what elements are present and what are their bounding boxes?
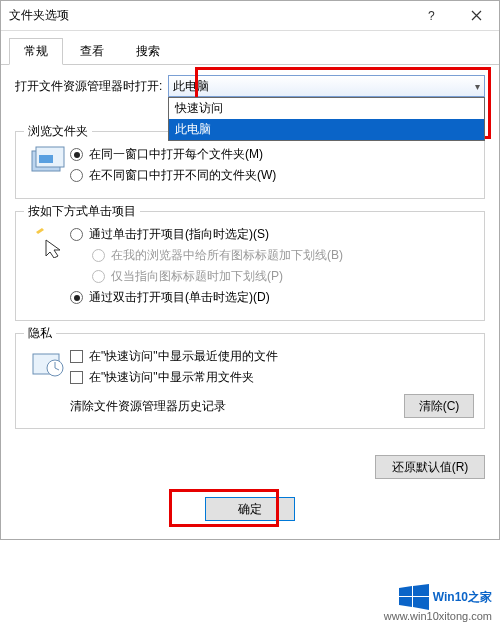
ok-button[interactable]: 确定 bbox=[205, 497, 295, 521]
radio-double-click[interactable]: 通过双击打开项目(单击时选定)(D) bbox=[70, 289, 474, 306]
help-button[interactable]: ? bbox=[409, 1, 454, 31]
folder-options-window: 文件夹选项 ? 常规 查看 搜索 打开文件资源管理器时打开: 此电脑 ▾ 快速访… bbox=[0, 0, 500, 540]
radio-diff-window[interactable]: 在不同窗口中打开不同的文件夹(W) bbox=[70, 167, 474, 184]
group-privacy: 隐私 在"快速访问"中显示最近使用的文件 在"快速访问"中显示常用文件夹 清 bbox=[15, 333, 485, 429]
svg-text:?: ? bbox=[428, 10, 435, 22]
group-click-title: 按如下方式单击项目 bbox=[24, 203, 140, 220]
svg-rect-3 bbox=[39, 155, 53, 163]
group-privacy-title: 隐私 bbox=[24, 325, 56, 342]
privacy-icon bbox=[26, 344, 70, 418]
watermark-sub: www.win10xitong.com bbox=[384, 610, 492, 622]
tab-view[interactable]: 查看 bbox=[65, 38, 119, 65]
dropdown-item-quick-access[interactable]: 快速访问 bbox=[169, 98, 484, 119]
click-icon bbox=[26, 222, 70, 310]
radio-label: 在同一窗口中打开每个文件夹(M) bbox=[89, 146, 263, 163]
radio-underline-all: 在我的浏览器中给所有图标标题加下划线(B) bbox=[92, 247, 474, 264]
open-with-label: 打开文件资源管理器时打开: bbox=[15, 78, 162, 95]
radio-same-window[interactable]: 在同一窗口中打开每个文件夹(M) bbox=[70, 146, 474, 163]
radio-label: 在我的浏览器中给所有图标标题加下划线(B) bbox=[111, 247, 343, 264]
watermark: Win10之家 www.win10xitong.com bbox=[384, 584, 492, 622]
radio-label: 通过单击打开项目(指向时选定)(S) bbox=[89, 226, 269, 243]
tab-general[interactable]: 常规 bbox=[9, 38, 63, 65]
window-title: 文件夹选项 bbox=[1, 7, 409, 24]
footer-restore: 还原默认值(R) bbox=[1, 451, 499, 483]
tab-content: 打开文件资源管理器时打开: 此电脑 ▾ 快速访问 此电脑 浏览文件夹 bbox=[1, 65, 499, 451]
check-label: 在"快速访问"中显示常用文件夹 bbox=[89, 369, 254, 386]
restore-defaults-button[interactable]: 还原默认值(R) bbox=[375, 455, 485, 479]
radio-icon bbox=[70, 169, 83, 182]
group-browse-title: 浏览文件夹 bbox=[24, 123, 92, 140]
radio-label: 仅当指向图标标题时加下划线(P) bbox=[111, 268, 283, 285]
browse-icon bbox=[26, 142, 70, 188]
footer-buttons: 确定 bbox=[1, 483, 499, 539]
close-icon bbox=[471, 10, 482, 21]
radio-underline-hover: 仅当指向图标标题时加下划线(P) bbox=[92, 268, 474, 285]
open-with-combo[interactable]: 此电脑 ▾ bbox=[168, 75, 485, 97]
tab-search[interactable]: 搜索 bbox=[121, 38, 175, 65]
open-with-row: 打开文件资源管理器时打开: 此电脑 ▾ 快速访问 此电脑 bbox=[15, 75, 485, 97]
close-button[interactable] bbox=[454, 1, 499, 31]
titlebar: 文件夹选项 ? bbox=[1, 1, 499, 31]
radio-label: 在不同窗口中打开不同的文件夹(W) bbox=[89, 167, 276, 184]
clear-history-row: 清除文件资源管理器历史记录 清除(C) bbox=[70, 394, 474, 418]
radio-icon bbox=[92, 270, 105, 283]
radio-single-click[interactable]: 通过单击打开项目(指向时选定)(S) bbox=[70, 226, 474, 243]
radio-label: 通过双击打开项目(单击时选定)(D) bbox=[89, 289, 270, 306]
combo-value: 此电脑 bbox=[173, 78, 209, 95]
open-with-combo-wrap: 此电脑 ▾ 快速访问 此电脑 bbox=[168, 75, 485, 97]
dropdown-item-this-pc[interactable]: 此电脑 bbox=[169, 119, 484, 140]
radio-icon bbox=[70, 291, 83, 304]
check-label: 在"快速访问"中显示最近使用的文件 bbox=[89, 348, 278, 365]
check-recent-files[interactable]: 在"快速访问"中显示最近使用的文件 bbox=[70, 348, 474, 365]
check-frequent-folders[interactable]: 在"快速访问"中显示常用文件夹 bbox=[70, 369, 474, 386]
group-browse-folders: 浏览文件夹 在同一窗口中打开每个文件夹(M) 在不同窗口中打开不同的文件夹(W) bbox=[15, 131, 485, 199]
radio-icon bbox=[92, 249, 105, 262]
help-icon: ? bbox=[426, 10, 438, 22]
windows-logo-icon bbox=[399, 584, 429, 610]
group-click-items: 按如下方式单击项目 通过单击打开项目(指向时选定)(S) 在我的浏览器中给所有图… bbox=[15, 211, 485, 321]
clear-button[interactable]: 清除(C) bbox=[404, 394, 474, 418]
radio-icon bbox=[70, 228, 83, 241]
checkbox-icon bbox=[70, 350, 83, 363]
checkbox-icon bbox=[70, 371, 83, 384]
tab-strip: 常规 查看 搜索 bbox=[1, 31, 499, 65]
chevron-down-icon: ▾ bbox=[475, 81, 480, 92]
watermark-main: Win10之家 bbox=[384, 584, 492, 610]
radio-icon bbox=[70, 148, 83, 161]
clear-label: 清除文件资源管理器历史记录 bbox=[70, 398, 226, 415]
open-with-dropdown: 快速访问 此电脑 bbox=[168, 97, 485, 141]
